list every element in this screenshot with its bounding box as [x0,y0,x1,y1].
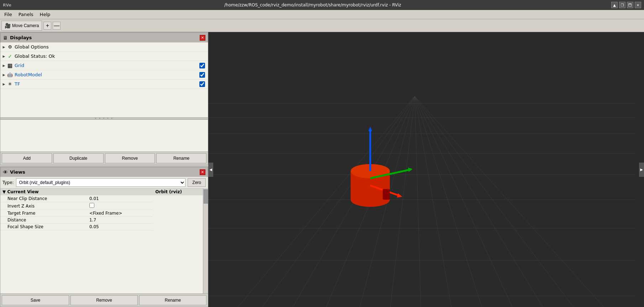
current-view-label: Current View [7,189,38,194]
move-camera-button[interactable]: 🎥 Move Camera [1,21,42,31]
orbit-rviz-label: Orbit (rviz) [153,189,208,195]
views-panel-icon: 👁 [3,169,8,175]
remove-button[interactable]: Remove [105,153,155,163]
prop-distance-value[interactable]: 1.7 [87,217,153,224]
robotmodel-checkbox[interactable] [199,72,205,78]
prop-near-clip-value[interactable]: 0.01 [87,195,153,202]
prop-focal-shape-value[interactable]: 0.05 [87,224,153,230]
left-panel: 🖥 Displays ✕ ▶ ⚙ Global Options ▶ ✓ Glob… [0,32,208,307]
displays-list: ▶ ⚙ Global Options ▶ ✓ Global Status: Ok… [0,42,208,117]
type-label: Type: [2,180,14,185]
maximize-button[interactable]: 🗖 [627,2,633,8]
grid-checkbox[interactable] [199,63,205,68]
views-properties-table: ▼ Current View Orbit (rviz) Near Clip Di… [0,189,208,230]
restore-button[interactable]: ❐ [619,2,625,8]
grid-icon: ▦ [7,62,13,69]
titlebar-controls: ▲ ❐ 🗖 ✕ [611,2,641,8]
tf-icon: ✳ [7,81,13,87]
menu-file[interactable]: File [1,11,15,18]
tf-label: TF [14,81,199,87]
displays-detail [0,119,208,152]
rename-button[interactable]: Rename [156,153,206,163]
menu-panels[interactable]: Panels [16,11,36,18]
prop-distance: Distance 1.7 [0,217,208,224]
prop-distance-name: Distance [0,217,87,224]
type-select[interactable]: Orbit (rviz_default_plugins) [16,178,186,187]
titlebar-title: /home/zzw/ROS_code/rviz_demo/install/myr… [14,2,611,7]
zero-button[interactable]: Zero [188,178,206,187]
svg-marker-30 [397,193,402,198]
menu-help[interactable]: Help [37,11,53,18]
invert-z-checkbox[interactable] [89,203,94,208]
views-panel: 👁 Views ✕ Type: Orbit (rviz_default_plug… [0,167,208,307]
robot-icon: 🤖 [7,72,13,78]
viewport-left-arrow[interactable]: ◀ [208,163,213,177]
prop-invert-z: Invert Z Axis [0,202,208,210]
main-layout: 🖥 Displays ✕ ▶ ⚙ Global Options ▶ ✓ Glob… [0,32,644,307]
prop-target-frame-name: Target Frame [0,210,87,217]
display-row-tf[interactable]: ▶ ✳ TF [0,80,208,89]
views-btn-row: Save Remove Rename [0,293,208,307]
views-panel-title: Views [10,169,25,175]
gear-icon: ⚙ [7,44,13,50]
expand-arrow-global-options[interactable]: ▶ [2,45,6,49]
views-rename-button[interactable]: Rename [139,295,206,305]
prop-target-frame-value[interactable]: <Fixed Frame> [87,210,153,217]
expand-arrow-tf[interactable]: ▶ [2,82,6,86]
displays-panel-header: 🖥 Displays ✕ [0,32,208,42]
close-button[interactable]: ✕ [635,2,641,8]
svg-rect-31 [383,189,390,200]
minimize-button[interactable]: ▲ [611,2,618,8]
views-panel-close[interactable]: ✕ [200,169,205,175]
move-camera-label: Move Camera [12,23,39,28]
robotmodel-label: RobotModel [14,72,199,77]
prop-focal-shape-name: Focal Shape Size [0,224,87,230]
views-save-button[interactable]: Save [2,295,69,305]
displays-empty-space [0,89,208,117]
prop-invert-z-name: Invert Z Axis [0,202,87,210]
views-type-row: Type: Orbit (rviz_default_plugins) Zero [0,177,208,189]
collapse-arrow[interactable]: ▼ [2,189,7,194]
expand-arrow-robotmodel[interactable]: ▶ [2,73,6,77]
display-row-global-status[interactable]: ▶ ✓ Global Status: Ok [0,52,208,61]
global-options-label: Global Options [14,44,206,50]
duplicate-button[interactable]: Duplicate [53,153,104,163]
views-content: ▼ Current View Orbit (rviz) Near Clip Di… [0,189,208,293]
displays-panel: 🖥 Displays ✕ ▶ ⚙ Global Options ▶ ✓ Glob… [0,32,208,165]
titlebar: RVe /home/zzw/ROS_code/rviz_demo/install… [0,0,644,10]
expand-arrow-grid[interactable]: ▶ [2,63,6,68]
scrollbar-thumb[interactable] [204,189,208,204]
displays-panel-icon: 🖥 [3,35,8,41]
display-row-grid[interactable]: ▶ ▦ Grid [0,61,208,70]
views-panel-header: 👁 Views ✕ [0,167,208,177]
menubar: File Panels Help [0,10,644,19]
viewport-right-arrow[interactable]: ▶ [639,163,644,177]
svg-marker-26 [368,127,372,131]
3d-viewport[interactable]: ◀ ▶ [208,32,644,307]
display-row-robotmodel[interactable]: ▶ 🤖 RobotModel [0,70,208,80]
display-row-global-options[interactable]: ▶ ⚙ Global Options [0,42,208,52]
svg-marker-28 [408,168,413,172]
add-button[interactable]: Add [2,153,52,163]
toolbar-add-button[interactable]: + [43,22,51,30]
titlebar-logo: RVe [3,3,11,7]
displays-panel-close[interactable]: ✕ [200,35,205,41]
robot-model [208,32,644,307]
views-remove-button[interactable]: Remove [70,295,138,305]
prop-invert-z-value[interactable] [87,202,153,210]
expand-arrow-global-status[interactable]: ▶ [2,54,6,58]
views-scrollbar[interactable] [203,189,208,293]
camera-icon: 🎥 [5,23,11,29]
toolbar: 🎥 Move Camera + — [0,19,644,32]
displays-panel-title: Displays [10,35,32,40]
current-view-section: ▼ Current View Orbit (rviz) [0,189,208,195]
toolbar-minus-button[interactable]: — [53,22,61,30]
global-status-label: Global Status: Ok [14,53,206,59]
prop-target-frame: Target Frame <Fixed Frame> [0,210,208,217]
grid-label: Grid [14,63,199,68]
splitter-dots: • • • • • [95,117,114,120]
prop-focal-shape: Focal Shape Size 0.05 [0,224,208,230]
tf-checkbox[interactable] [199,81,205,87]
displays-btn-row: Add Duplicate Remove Rename [0,152,208,165]
prop-near-clip-name: Near Clip Distance [0,195,87,202]
